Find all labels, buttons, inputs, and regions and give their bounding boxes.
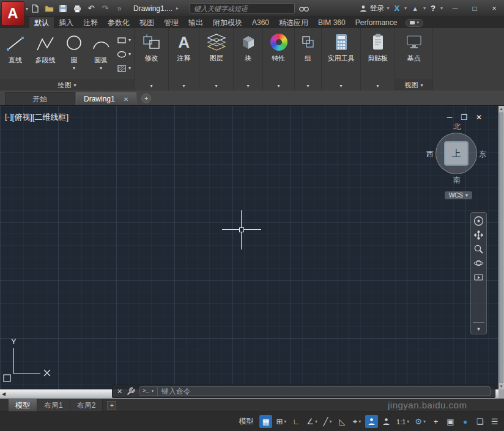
- ribbon-tab-manage[interactable]: 管理: [159, 17, 183, 28]
- communication-center-icon[interactable]: ▲: [412, 5, 418, 12]
- command-customize-wrench-icon[interactable]: [127, 387, 135, 396]
- zoom-icon[interactable]: [473, 244, 484, 254]
- navbar-caret-icon[interactable]: ▼: [476, 326, 481, 332]
- clipboard-panel-button[interactable]: 剪贴板 ▾: [361, 28, 395, 90]
- show-motion-icon[interactable]: [473, 272, 484, 282]
- ellipse-tool-button[interactable]: ▾: [117, 50, 131, 59]
- layers-panel-button[interactable]: 图层 ▾: [199, 28, 234, 90]
- title-flyout-caret-icon[interactable]: ▸: [176, 6, 179, 11]
- circle-flyout-caret-icon[interactable]: ▾: [73, 66, 75, 71]
- command-input[interactable]: >_ ▾ 键入命令: [139, 386, 491, 396]
- model-space-toggle[interactable]: 模型: [234, 415, 258, 428]
- ribbon-tab-performance[interactable]: Performance: [350, 17, 402, 28]
- command-prompt-button[interactable]: >_ ▾: [143, 387, 158, 396]
- save-button[interactable]: [57, 3, 69, 14]
- search-input[interactable]: [190, 3, 295, 13]
- file-tab-close-icon[interactable]: ✕: [124, 96, 128, 103]
- viewcube-south-label[interactable]: 南: [453, 175, 461, 185]
- autodesk-exchange-icon[interactable]: X: [394, 4, 399, 13]
- ribbon-tab-a360[interactable]: A360: [247, 17, 274, 28]
- block-panel-button[interactable]: 块 ▾: [234, 28, 263, 90]
- vertical-scrollbar[interactable]: ▲ ▼: [498, 106, 504, 389]
- scroll-down-icon[interactable]: ▼: [498, 383, 504, 389]
- workspace-switching-button[interactable]: ⚙▾: [413, 415, 428, 428]
- view-panel-footer[interactable]: 视图 ▾: [395, 79, 432, 90]
- properties-panel-button[interactable]: 特性 ▾: [263, 28, 295, 90]
- help-icon[interactable]: ?: [431, 4, 435, 13]
- open-file-button[interactable]: [43, 3, 54, 14]
- groups-panel-button[interactable]: 组 ▾: [295, 28, 322, 90]
- model-tab[interactable]: 模型: [9, 399, 37, 411]
- viewcube-west-label[interactable]: 西: [426, 149, 434, 160]
- pan-icon[interactable]: [473, 230, 484, 240]
- new-file-button[interactable]: [29, 3, 40, 14]
- isolate-objects-button[interactable]: ▣: [444, 415, 457, 428]
- exchange-caret-icon[interactable]: ▾: [404, 6, 407, 11]
- ribbon-tab-view[interactable]: 视图: [135, 17, 159, 28]
- isodraft-toggle[interactable]: ╱▾: [321, 415, 334, 428]
- ribbon-tab-bim360[interactable]: BIM 360: [313, 17, 350, 28]
- rectangle-tool-button[interactable]: ▾: [117, 36, 131, 45]
- line-tool-button[interactable]: 直线: [1, 29, 29, 79]
- maximize-window-button[interactable]: □: [467, 3, 482, 14]
- graphics-performance-toggle[interactable]: ●: [459, 415, 472, 428]
- doc-close-icon[interactable]: ✕: [475, 113, 483, 122]
- annotation-autoscale-toggle[interactable]: [380, 415, 393, 428]
- search-binoculars-icon[interactable]: [298, 3, 309, 14]
- annotation-scale-button[interactable]: 1:1▾: [395, 415, 411, 428]
- viewcube[interactable]: 北 西 东 南 上: [427, 123, 486, 188]
- sign-in-button[interactable]: 登录 ▾: [360, 3, 389, 13]
- vertical-scrollbar-thumb[interactable]: [499, 112, 503, 383]
- communication-caret-icon[interactable]: ▾: [423, 6, 426, 11]
- qat-more-icon[interactable]: »: [114, 3, 125, 14]
- doc-minimize-icon[interactable]: ─: [445, 113, 454, 122]
- scroll-up-icon[interactable]: ▲: [498, 106, 504, 112]
- utilities-panel-button[interactable]: 实用工具 ▾: [322, 28, 361, 90]
- arc-flyout-caret-icon[interactable]: ▾: [100, 66, 102, 71]
- wcs-badge[interactable]: WCS ▾: [445, 191, 472, 199]
- viewport-control-visual-style[interactable]: [二维线框]: [32, 112, 69, 123]
- polar-tracking-toggle[interactable]: ∠▾: [305, 415, 319, 428]
- annotation-visibility-toggle[interactable]: [365, 415, 378, 428]
- customize-button[interactable]: ☰: [488, 415, 501, 428]
- plot-button[interactable]: [72, 3, 83, 14]
- command-close-icon[interactable]: ✕: [117, 388, 122, 396]
- doc-restore-icon[interactable]: ❐: [460, 113, 469, 122]
- full-navigation-wheel-icon[interactable]: [473, 216, 484, 226]
- ribbon-tab-parametric[interactable]: 参数化: [103, 17, 135, 28]
- viewcube-north-label[interactable]: 北: [453, 122, 461, 132]
- grid-toggle[interactable]: ▦: [259, 415, 272, 428]
- undo-button[interactable]: ↶: [86, 3, 97, 14]
- ribbon-tab-insert[interactable]: 插入: [54, 17, 78, 28]
- drawing-canvas[interactable]: [-] [俯视] [二维线框] ─ ❐ ✕ 北 西 东 南 上 WCS ▾: [0, 105, 504, 399]
- clean-screen-toggle[interactable]: ❏: [473, 415, 486, 428]
- draw-panel-footer[interactable]: 绘图 ▾: [0, 79, 134, 90]
- ribbon-display-toggle[interactable]: ▾: [406, 19, 423, 27]
- polyline-tool-button[interactable]: 多段线: [29, 29, 61, 79]
- new-drawing-tab-button[interactable]: +: [141, 94, 151, 103]
- ribbon-tab-annotate[interactable]: 注释: [78, 17, 103, 28]
- ribbon-tab-output[interactable]: 输出: [183, 17, 208, 28]
- help-caret-icon[interactable]: ▾: [440, 6, 443, 11]
- osnap-tracking-toggle[interactable]: ◺: [336, 415, 349, 428]
- annotation-monitor-toggle[interactable]: +: [429, 415, 442, 428]
- annotation-panel-button[interactable]: A 注释 ▾: [169, 28, 199, 90]
- arc-tool-button[interactable]: 圆弧 ▾: [87, 29, 115, 79]
- layout1-tab[interactable]: 布局1: [37, 399, 70, 411]
- new-layout-button[interactable]: +: [107, 401, 116, 410]
- hatch-tool-button[interactable]: ▾: [117, 64, 131, 73]
- application-menu-button[interactable]: A: [1, 1, 24, 26]
- orbit-icon[interactable]: [473, 258, 484, 268]
- viewport-control-minus[interactable]: [-]: [5, 112, 12, 123]
- file-tab-drawing1[interactable]: Drawing1 ✕: [76, 92, 136, 105]
- ribbon-tab-addins[interactable]: 附加模块: [208, 17, 247, 28]
- ortho-toggle[interactable]: ∟: [290, 415, 303, 428]
- redo-button[interactable]: ↷: [100, 3, 111, 14]
- ribbon-tab-home[interactable]: 默认: [29, 17, 54, 28]
- viewcube-east-label[interactable]: 东: [479, 149, 486, 160]
- app-menu-caret-icon[interactable]: ▾: [26, 6, 28, 12]
- viewcube-top-face[interactable]: 上: [444, 141, 469, 166]
- circle-tool-button[interactable]: 圆 ▾: [61, 29, 87, 79]
- layout2-tab[interactable]: 布局2: [70, 399, 103, 411]
- minimize-window-button[interactable]: ─: [448, 3, 462, 14]
